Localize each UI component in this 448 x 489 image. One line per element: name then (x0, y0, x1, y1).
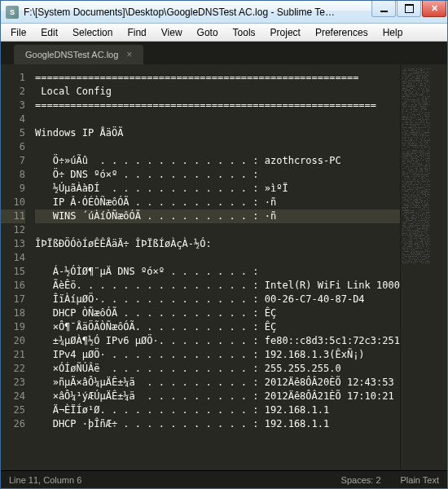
status-position[interactable]: Line 11, Column 6 (9, 475, 81, 485)
menu-view[interactable]: View (155, 25, 189, 40)
menu-help[interactable]: Help (376, 25, 410, 40)
menu-selection[interactable]: Selection (66, 25, 119, 40)
menu-file[interactable]: File (4, 25, 33, 40)
tab-label: GoogleDNSTest AC.log (25, 50, 118, 59)
close-tab-icon[interactable]: × (126, 49, 132, 60)
tab-active[interactable]: GoogleDNSTest AC.log × (14, 45, 143, 64)
menu-preferences[interactable]: Preferences (309, 25, 375, 40)
line-number-gutter: 1234567891011121314151617181920212223242… (1, 64, 32, 470)
maximize-button[interactable] (397, 1, 421, 17)
code-content[interactable]: ========================================… (32, 64, 400, 470)
window-title: F:\[System Documents]\Desktop\GoogleDNST… (24, 7, 371, 18)
status-syntax[interactable]: Plain Text (401, 475, 440, 485)
menu-find[interactable]: Find (121, 25, 152, 40)
menu-bar: File Edit Selection Find View Goto Tools… (1, 24, 447, 42)
status-bar: Line 11, Column 6 Spaces: 2 Plain Text (1, 470, 447, 488)
window-controls: ✕ (371, 1, 447, 23)
menu-tools[interactable]: Tools (226, 25, 262, 40)
menu-goto[interactable]: Goto (191, 25, 225, 40)
title-bar: S F:\[System Documents]\Desktop\GoogleDN… (1, 1, 447, 24)
close-button[interactable]: ✕ (422, 1, 446, 17)
editor-area: GoogleDNSTest AC.log × 12345678910111213… (1, 42, 447, 488)
tab-bar: GoogleDNSTest AC.log × (1, 42, 447, 64)
menu-edit[interactable]: Edit (34, 25, 64, 40)
status-spaces[interactable]: Spaces: 2 (341, 475, 381, 485)
minimize-button[interactable] (371, 1, 396, 17)
minimap[interactable]: = = = == = = == = = = === === = = = === … (400, 64, 447, 470)
menu-project[interactable]: Project (264, 25, 307, 40)
app-icon: S (6, 6, 19, 19)
